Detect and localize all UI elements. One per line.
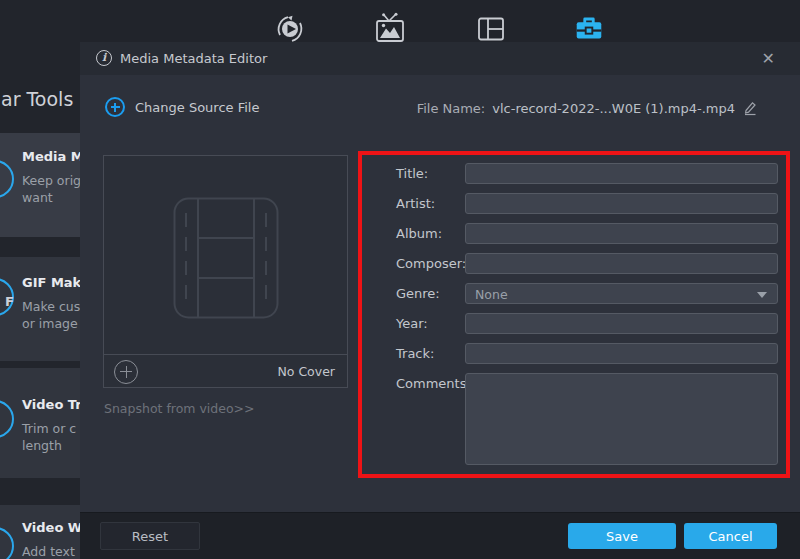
sidebar-item-video-trimmer[interactable]: Video Tr Trim or c length	[0, 368, 80, 478]
file-name-row: File Name: vlc-record-2022-...W0E (1).mp…	[417, 100, 758, 116]
sidebar-item-desc: Make cus	[22, 299, 80, 315]
composer-label: Composer:	[396, 253, 466, 274]
metadata-form-highlight: Title: Artist: Album: Composer: Genre: N…	[358, 151, 790, 478]
sidebar-item-title: Media M	[22, 149, 80, 164]
film-strip-icon	[173, 197, 279, 323]
sidebar-item-video-watermark[interactable]: Video W Add text	[0, 505, 80, 559]
snapshot-from-video-link[interactable]: Snapshot from video>>	[104, 401, 255, 416]
media-metadata-editor-dialog: i Media Metadata Editor ✕ Change Source …	[80, 42, 800, 559]
info-icon: i	[96, 50, 112, 66]
collage-icon[interactable]	[474, 12, 508, 46]
file-name-label: File Name:	[417, 101, 486, 116]
sidebar-item-title: Video W	[22, 520, 80, 535]
cover-preview-panel: No Cover	[103, 155, 348, 388]
album-input[interactable]	[465, 223, 778, 244]
track-label: Track:	[396, 343, 434, 364]
gif-icon-letter: F	[5, 294, 14, 309]
sidebar-item-media-metadata[interactable]: Media M Keep orig want	[0, 133, 80, 237]
genre-selected-value: None	[475, 287, 508, 302]
file-name-value: vlc-record-2022-...W0E (1).mp4-.mp4	[492, 101, 735, 116]
sidebar-item-desc: length	[22, 438, 62, 454]
artist-input[interactable]	[465, 193, 778, 214]
close-icon[interactable]: ✕	[762, 49, 775, 68]
video-watermark-icon	[0, 527, 14, 559]
edit-filename-icon[interactable]	[742, 100, 758, 116]
video-trimmer-icon	[0, 400, 14, 438]
comments-label: Comments:	[396, 373, 471, 394]
dialog-header: i Media Metadata Editor ✕	[80, 42, 800, 75]
reset-button[interactable]: Reset	[100, 522, 200, 550]
sidebar-item-title: Video Tr	[22, 397, 80, 412]
sidebar-tools-panel: ar Tools Media M Keep orig want F GIF Ma…	[0, 0, 80, 559]
chevron-down-icon	[757, 292, 767, 298]
cover-action-bar: No Cover	[104, 354, 347, 387]
app-window: ar Tools Media M Keep orig want F GIF Ma…	[0, 0, 800, 559]
sidebar-item-title: GIF Mak	[22, 275, 80, 290]
genre-dropdown[interactable]: None	[465, 283, 778, 304]
title-input[interactable]	[465, 163, 778, 184]
track-input[interactable]	[465, 343, 778, 364]
dialog-title: Media Metadata Editor	[120, 51, 267, 66]
cancel-button[interactable]: Cancel	[684, 523, 777, 549]
sidebar-item-desc: Keep orig	[22, 173, 80, 189]
sidebar-item-desc: Trim or c	[22, 421, 76, 437]
sidebar-item-gif-maker[interactable]: F GIF Mak Make cus or image	[0, 257, 80, 361]
no-cover-label: No Cover	[277, 364, 335, 379]
year-input[interactable]	[465, 313, 778, 334]
dialog-footer: Reset Save Cancel	[80, 512, 800, 559]
change-source-plus-icon[interactable]	[105, 97, 125, 117]
sidebar-title: ar Tools	[1, 88, 73, 110]
album-label: Album:	[396, 223, 442, 244]
mv-maker-icon[interactable]	[373, 12, 407, 46]
save-button[interactable]: Save	[568, 523, 676, 549]
title-label: Title:	[396, 163, 428, 184]
sidebar-item-desc: or image	[22, 316, 78, 332]
year-label: Year:	[396, 313, 428, 334]
media-metadata-icon	[0, 160, 14, 198]
sidebar-item-desc: Add text	[22, 544, 75, 559]
change-source-file-button[interactable]: Change Source File	[135, 100, 259, 115]
artist-label: Artist:	[396, 193, 435, 214]
genre-label: Genre:	[396, 283, 440, 304]
converter-icon[interactable]	[273, 12, 307, 46]
composer-input[interactable]	[465, 253, 778, 274]
add-cover-button[interactable]	[114, 360, 138, 384]
comments-textarea[interactable]	[465, 373, 778, 465]
sidebar-item-desc: want	[22, 190, 53, 206]
toolbox-icon[interactable]	[572, 11, 606, 45]
